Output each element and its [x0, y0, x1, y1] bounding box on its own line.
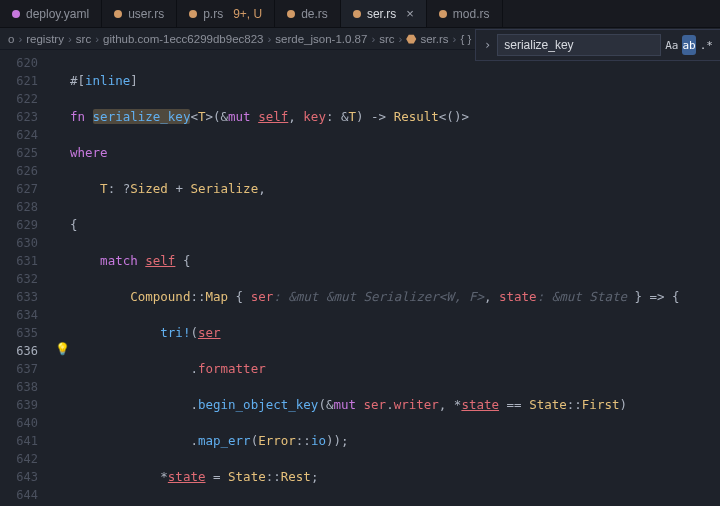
file-icon — [12, 10, 20, 18]
tab-p-rs[interactable]: p.rs 9+, U — [177, 0, 275, 27]
crumb-item[interactable]: src — [76, 33, 91, 45]
tab-label: user.rs — [128, 7, 164, 21]
code-area[interactable]: #[inline] fn serialize_key<T>(&mut self,… — [50, 50, 720, 506]
chevron-right-icon: › — [399, 33, 403, 45]
editor[interactable]: 6206216226236246256266276286296306316326… — [0, 50, 720, 506]
crumb-item[interactable]: github.com-1ecc6299db9ec823 — [103, 33, 263, 45]
chevron-right-icon: › — [95, 33, 99, 45]
tab-de-rs[interactable]: de.rs — [275, 0, 341, 27]
crumb-item[interactable]: ⬣ser.rs — [406, 32, 448, 46]
tab-user-rs[interactable]: user.rs — [102, 0, 177, 27]
find-widget: › Aa ab .* 1 o — [475, 29, 720, 61]
crumb-item[interactable]: src — [379, 33, 394, 45]
close-icon[interactable]: × — [406, 6, 414, 21]
crumb-item[interactable]: o — [8, 33, 14, 45]
regex-toggle[interactable]: .* — [700, 35, 713, 55]
crumb-item[interactable]: serde_json-1.0.87 — [275, 33, 367, 45]
rust-icon — [287, 10, 295, 18]
chevron-right-icon: › — [453, 33, 457, 45]
chevron-right-icon: › — [371, 33, 375, 45]
lightbulb-icon[interactable]: 💡 — [55, 342, 70, 356]
chevron-right-icon: › — [68, 33, 72, 45]
tab-deploy-yaml[interactable]: deploy.yaml — [0, 0, 102, 27]
tab-mod-rs[interactable]: mod.rs — [427, 0, 503, 27]
match-case-toggle[interactable]: Aa — [665, 35, 678, 55]
match-word-toggle[interactable]: ab — [682, 35, 695, 55]
chevron-right-icon: › — [18, 33, 22, 45]
tab-status: 9+, U — [233, 7, 262, 21]
chevron-right-icon[interactable]: › — [482, 38, 493, 52]
rust-icon — [114, 10, 122, 18]
search-input[interactable] — [497, 34, 661, 56]
tab-label: de.rs — [301, 7, 328, 21]
rust-icon — [353, 10, 361, 18]
tab-label: mod.rs — [453, 7, 490, 21]
rust-icon — [439, 10, 447, 18]
editor-tabs: deploy.yaml user.rs p.rs 9+, U de.rs ser… — [0, 0, 720, 28]
tab-label: p.rs — [203, 7, 223, 21]
rust-icon — [189, 10, 197, 18]
tab-label: deploy.yaml — [26, 7, 89, 21]
chevron-right-icon: › — [267, 33, 271, 45]
crumb-item[interactable]: registry — [26, 33, 64, 45]
tab-label: ser.rs — [367, 7, 396, 21]
line-gutter: 6206216226236246256266276286296306316326… — [0, 50, 50, 506]
tab-ser-rs[interactable]: ser.rs × — [341, 0, 427, 27]
